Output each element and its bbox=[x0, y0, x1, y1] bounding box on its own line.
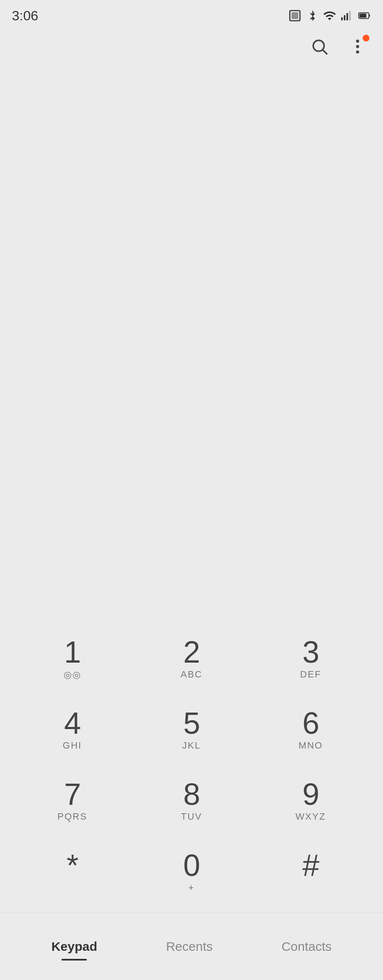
signal-icon bbox=[341, 9, 353, 22]
nav-label-recents: Recents bbox=[166, 939, 213, 954]
notification-dot bbox=[363, 35, 369, 41]
dial-key-6-number: 6 bbox=[303, 708, 319, 738]
nav-item-contacts[interactable]: Contacts bbox=[256, 933, 357, 961]
dial-key-4[interactable]: 4 GHI bbox=[13, 694, 132, 765]
dial-key-3[interactable]: 3 DEF bbox=[251, 623, 370, 694]
wifi-icon bbox=[323, 9, 336, 22]
svg-rect-3 bbox=[344, 15, 346, 21]
nav-item-keypad[interactable]: Keypad bbox=[26, 933, 122, 961]
search-icon bbox=[310, 37, 329, 56]
dial-key-7-number: 7 bbox=[64, 779, 80, 809]
dial-key-3-letters: DEF bbox=[300, 669, 321, 681]
svg-rect-4 bbox=[347, 13, 348, 21]
voicemail-icon: ◎◎ bbox=[64, 669, 81, 680]
dial-key-0-number: 0 bbox=[183, 850, 200, 881]
dial-key-0-letters: + bbox=[189, 882, 195, 894]
svg-rect-8 bbox=[369, 14, 370, 17]
svg-rect-7 bbox=[360, 14, 366, 17]
dial-key-6[interactable]: 6 MNO bbox=[251, 694, 370, 765]
svg-point-11 bbox=[356, 40, 359, 43]
dial-key-star-number: * bbox=[67, 850, 78, 881]
svg-point-12 bbox=[356, 45, 359, 48]
nav-underline-keypad bbox=[61, 959, 87, 961]
dial-key-hash[interactable]: # bbox=[251, 837, 370, 908]
dial-key-hash-number: # bbox=[303, 850, 319, 881]
svg-point-13 bbox=[356, 50, 359, 53]
dial-key-4-number: 4 bbox=[64, 708, 80, 738]
dial-key-6-letters: MNO bbox=[299, 740, 323, 752]
bottom-nav: Keypad Recents Contacts bbox=[0, 912, 383, 980]
dial-key-2-letters: ABC bbox=[180, 669, 202, 681]
dial-key-9-number: 9 bbox=[303, 779, 319, 809]
bluetooth-icon bbox=[306, 9, 319, 22]
dial-key-2-number: 2 bbox=[183, 637, 200, 667]
dial-key-3-number: 3 bbox=[303, 637, 319, 667]
dial-key-5[interactable]: 5 JKL bbox=[132, 694, 251, 765]
status-bar: 3:06 bbox=[0, 0, 383, 30]
dial-key-7-letters: PQRS bbox=[57, 811, 87, 823]
dialpad-grid: 1 ◎◎ 2 ABC 3 DEF 4 GHI 5 JKL 6 MNO 7 bbox=[13, 623, 370, 908]
status-time: 3:06 bbox=[12, 8, 38, 24]
svg-rect-1 bbox=[291, 12, 298, 19]
dial-key-2[interactable]: 2 ABC bbox=[132, 623, 251, 694]
nav-item-recents[interactable]: Recents bbox=[141, 933, 238, 961]
status-icons bbox=[288, 9, 371, 22]
dial-key-1[interactable]: 1 ◎◎ bbox=[13, 623, 132, 694]
dial-key-1-number: 1 bbox=[64, 637, 80, 667]
svg-line-10 bbox=[323, 50, 327, 54]
search-button[interactable] bbox=[307, 34, 332, 61]
nav-label-contacts: Contacts bbox=[281, 939, 331, 954]
dial-key-5-letters: JKL bbox=[182, 740, 201, 752]
empty-space bbox=[0, 65, 383, 615]
dial-key-star[interactable]: * bbox=[13, 837, 132, 908]
dial-key-0[interactable]: 0 + bbox=[132, 837, 251, 908]
dial-key-8[interactable]: 8 TUV bbox=[132, 765, 251, 837]
dial-key-9-letters: WXYZ bbox=[296, 811, 326, 823]
dial-key-9[interactable]: 9 WXYZ bbox=[251, 765, 370, 837]
dial-key-8-letters: TUV bbox=[181, 811, 202, 823]
screenshot-icon bbox=[288, 9, 302, 22]
dial-key-1-letters: ◎◎ bbox=[64, 669, 81, 681]
dial-key-7[interactable]: 7 PQRS bbox=[13, 765, 132, 837]
action-bar bbox=[0, 30, 383, 65]
svg-point-9 bbox=[313, 40, 324, 51]
dial-key-5-number: 5 bbox=[183, 708, 200, 738]
battery-icon bbox=[358, 9, 371, 22]
dial-key-8-number: 8 bbox=[183, 779, 200, 809]
more-options-button[interactable] bbox=[345, 34, 370, 61]
dial-key-4-letters: GHI bbox=[63, 740, 82, 752]
dialpad: 1 ◎◎ 2 ABC 3 DEF 4 GHI 5 JKL 6 MNO 7 bbox=[0, 615, 383, 912]
nav-label-keypad: Keypad bbox=[51, 939, 97, 954]
svg-rect-5 bbox=[349, 11, 351, 21]
svg-rect-2 bbox=[341, 17, 343, 21]
